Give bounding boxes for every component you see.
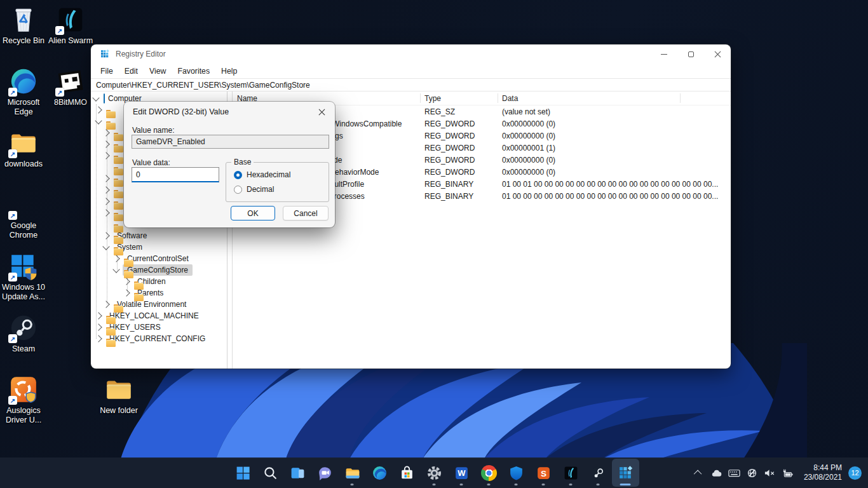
chevron-right-icon[interactable] xyxy=(96,313,105,318)
taskbar-steam-icon[interactable] xyxy=(585,459,612,487)
chevron-down-icon[interactable] xyxy=(93,97,102,100)
column-header-data[interactable]: Data xyxy=(498,92,731,105)
taskbar-file-explorer-icon[interactable] xyxy=(339,459,366,487)
dialog-close-button[interactable] xyxy=(314,105,329,119)
column-separator[interactable] xyxy=(420,93,421,103)
chevron-right-icon[interactable] xyxy=(124,279,133,284)
chevron-right-icon[interactable] xyxy=(104,199,112,204)
desktop-icon-downloads[interactable]: ↗downloads xyxy=(0,128,47,169)
tree-item-volatile-environment[interactable]: Volatile Environment xyxy=(91,299,227,310)
8bitmmo-icon: ↗ xyxy=(56,67,85,96)
desktop-icon-recycle-bin[interactable]: Recycle Bin xyxy=(0,5,47,46)
taskbar-registry-editor-icon[interactable] xyxy=(612,459,639,487)
downloads-icon: ↗ xyxy=(9,128,38,158)
computer-icon xyxy=(104,94,105,103)
taskbar-task-view-icon[interactable] xyxy=(284,459,311,487)
address-bar[interactable]: Computer\HKEY_CURRENT_USER\System\GameCo… xyxy=(91,78,731,92)
chevron-right-icon[interactable] xyxy=(96,325,105,330)
tree-item-system[interactable]: System xyxy=(91,241,227,253)
chevron-right-icon[interactable] xyxy=(104,153,112,158)
chevron-right-icon[interactable] xyxy=(104,142,112,147)
base-groupbox: Base Hexadecimal Decimal xyxy=(226,162,329,202)
desktop-icon-new-folder[interactable]: New folder xyxy=(95,375,142,416)
value-type: REG_BINARY xyxy=(420,192,498,201)
menu-file[interactable]: File xyxy=(95,65,119,78)
desktop: Recycle Bin↗Alien Swarm↗Microsoft Edge↗8… xyxy=(0,0,868,488)
chevron-right-icon[interactable] xyxy=(104,302,112,307)
column-separator[interactable] xyxy=(498,93,498,103)
maximize-button[interactable] xyxy=(677,44,704,64)
desktop-icon-windows10-update-assistant[interactable]: ↗Windows 10 Update As... xyxy=(0,252,47,302)
chevron-right-icon[interactable] xyxy=(104,130,112,135)
running-indicator xyxy=(597,484,600,485)
base-group-label: Base xyxy=(231,158,254,166)
taskbar-settings-icon[interactable] xyxy=(421,459,448,487)
chevron-right-icon[interactable] xyxy=(96,336,105,341)
value-data-input[interactable]: 0 xyxy=(132,167,219,182)
ok-button[interactable]: OK xyxy=(231,206,275,220)
desktop-icon-microsoft-edge[interactable]: ↗Microsoft Edge xyxy=(0,67,47,117)
decimal-radio[interactable]: Decimal xyxy=(234,185,274,194)
shortcut-arrow-icon: ↗ xyxy=(8,273,17,281)
cancel-button[interactable]: Cancel xyxy=(283,206,329,220)
hexadecimal-radio[interactable]: Hexadecimal xyxy=(234,170,290,179)
chevron-down-icon[interactable] xyxy=(96,120,105,123)
desktop-icon-steam[interactable]: ↗Steam xyxy=(0,313,47,354)
taskbar-word-icon[interactable]: W xyxy=(448,459,475,487)
taskbar-windows-security-icon[interactable] xyxy=(503,459,530,487)
chevron-right-icon[interactable] xyxy=(104,210,112,215)
desktop-icon-8bitmmo[interactable]: ↗8BitMMO xyxy=(47,67,94,107)
tree-item-software[interactable]: Software xyxy=(91,230,227,241)
taskbar-chrome-icon[interactable] xyxy=(475,459,503,487)
taskbar-edge-icon[interactable] xyxy=(366,459,393,487)
column-header-type[interactable]: Type xyxy=(420,92,498,105)
chevron-down-icon[interactable] xyxy=(114,269,123,272)
hidden-icons-chevron[interactable] xyxy=(691,463,707,482)
taskbar-clock[interactable]: 8:44 PM 23/08/2021 xyxy=(804,463,842,482)
chevron-down-icon[interactable] xyxy=(104,246,112,249)
network-no-internet-icon[interactable] xyxy=(744,463,761,482)
close-icon xyxy=(714,51,721,58)
taskbar-chat-icon[interactable] xyxy=(311,459,339,487)
minimize-button[interactable] xyxy=(651,44,677,64)
taskbar-auslogics-icon[interactable]: S xyxy=(530,459,557,487)
chevron-right-icon[interactable] xyxy=(104,187,112,193)
touch-keyboard-icon[interactable] xyxy=(726,463,743,482)
tree-item-gameconfigstore[interactable]: GameConfigStore xyxy=(91,264,227,276)
battery-charging-icon[interactable] xyxy=(780,463,796,482)
chevron-right-icon[interactable] xyxy=(104,176,112,181)
tree-item-hkey-local-machine[interactable]: HKEY_LOCAL_MACHINE xyxy=(91,310,227,322)
onedrive-icon[interactable] xyxy=(709,463,725,482)
desktop-icon-alien-swarm[interactable]: ↗Alien Swarm xyxy=(47,5,94,46)
hexadecimal-label: Hexadecimal xyxy=(247,170,290,179)
menu-favorites[interactable]: Favorites xyxy=(172,65,215,78)
menu-edit[interactable]: Edit xyxy=(119,65,144,78)
notification-badge[interactable]: 12 xyxy=(848,466,862,480)
shortcut-arrow-icon: ↗ xyxy=(55,88,64,97)
value-name-field[interactable]: GameDVR_Enabled xyxy=(132,135,329,149)
chevron-right-icon[interactable] xyxy=(114,256,123,261)
volume-muted-icon[interactable] xyxy=(762,463,778,482)
menu-view[interactable]: View xyxy=(144,65,172,78)
value-name-label: Value name: xyxy=(132,126,175,135)
desktop-icon-auslogics-driver-updater[interactable]: ↗Auslogics Driver U... xyxy=(0,375,47,425)
tree-item-currentcontrolset[interactable]: CurrentControlSet xyxy=(91,253,227,264)
radio-selected-icon xyxy=(234,171,242,179)
taskbar-start-icon[interactable] xyxy=(229,459,257,487)
menu-help[interactable]: Help xyxy=(215,65,243,78)
taskbar-search-icon[interactable] xyxy=(257,459,284,487)
column-separator[interactable] xyxy=(680,93,681,103)
chevron-right-icon[interactable] xyxy=(124,290,133,295)
tree-item-children[interactable]: Children xyxy=(91,276,227,287)
taskbar-microsoft-store-icon[interactable] xyxy=(393,459,421,487)
chevron-right-icon[interactable] xyxy=(96,107,105,112)
tree-item-parents[interactable]: Parents xyxy=(91,287,227,299)
desktop-icon-google-chrome[interactable]: ↗Google Chrome xyxy=(0,190,47,240)
chevron-right-icon[interactable] xyxy=(104,233,112,238)
taskbar-alien-swarm-icon[interactable] xyxy=(557,459,585,487)
microsoft-edge-icon: ↗ xyxy=(9,67,38,96)
desktop-icon-label: Auslogics Driver U... xyxy=(0,406,47,425)
close-button[interactable] xyxy=(704,44,731,64)
tree-item-label: GameConfigStore xyxy=(127,266,188,274)
desktop-icon-label: Recycle Bin xyxy=(0,36,47,46)
